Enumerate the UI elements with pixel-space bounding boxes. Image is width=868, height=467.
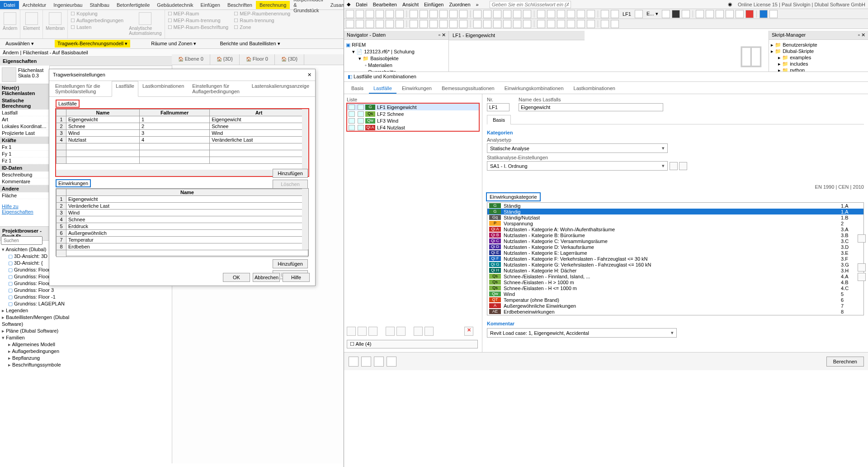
new-icon[interactable] — [858, 273, 866, 281]
check-icon[interactable] — [414, 327, 423, 336]
toolbar-button[interactable] — [635, 10, 643, 18]
tree-node[interactable]: Auflagerbedingungen — [0, 348, 90, 355]
menu-item[interactable]: » — [476, 2, 479, 7]
toolbar-button[interactable] — [493, 10, 501, 18]
toolbar-button[interactable] — [459, 10, 467, 18]
prop-item[interactable]: Art — [0, 116, 49, 123]
toolbar-button[interactable] — [346, 10, 354, 18]
checkbox[interactable] — [358, 111, 364, 117]
toolbar-button[interactable] — [611, 10, 619, 18]
script-node[interactable]: Dlubal-Skripte — [771, 48, 866, 54]
toolbar-button[interactable] — [537, 20, 545, 28]
toolbar-button[interactable] — [726, 10, 734, 18]
tragwerk-dropdown[interactable]: Tragwerk-Berechnungsmodell ▾ — [55, 40, 130, 48]
einw-row[interactable]: AEErdbebeneinwirkungen8 — [487, 309, 863, 315]
ribbon-group-aendern[interactable]: Ändern — [3, 26, 17, 31]
menu-item[interactable]: Einfügen — [424, 2, 443, 7]
uncheck-icon[interactable] — [425, 327, 434, 336]
checkbox[interactable] — [349, 105, 355, 110]
lf-row[interactable]: Qi ALF4 Nutzlast — [347, 124, 479, 131]
toolbar-button[interactable] — [410, 20, 418, 28]
ribbon-group-membran[interactable]: Membran — [46, 26, 65, 31]
paste-icon[interactable] — [368, 327, 377, 336]
tree-node[interactable]: Pläne (Dlubal Software) — [0, 328, 90, 334]
einw-row[interactable]: QsSchnee-/Eislasten - H <= 1000 m4.C — [487, 285, 863, 291]
auflager-item[interactable]: Auflagerbedingungen — [71, 18, 123, 24]
toolbar-button[interactable] — [567, 10, 575, 18]
toolbar-button[interactable] — [386, 10, 394, 18]
toolbar-button[interactable] — [662, 10, 670, 18]
toolbar-button[interactable] — [611, 20, 619, 28]
name-input[interactable] — [519, 103, 663, 111]
toolbar-button[interactable] — [706, 10, 714, 18]
checkbox[interactable] — [349, 111, 355, 117]
property-type-badge[interactable]: FlächenlastSkala 0.3 — [0, 66, 49, 84]
mep-trennung-item[interactable]: MEP-Raum-trennung — [168, 18, 229, 24]
toolbar-button[interactable] — [547, 20, 555, 28]
tool2-icon[interactable] — [361, 357, 371, 367]
checkbox[interactable] — [358, 118, 364, 124]
einw-row[interactable]: Qi DNutzlasten - Kategorie D: Verkaufsrä… — [487, 244, 863, 250]
raeume-dropdown[interactable]: Räume und Zonen ▾ — [148, 40, 199, 48]
toolbar-button[interactable] — [577, 20, 585, 28]
einw-row[interactable]: QsSchnee-/Eislasten - H > 1000 m4.B — [487, 279, 863, 285]
cancel-button[interactable]: Abbrechen — [253, 273, 280, 282]
kopplung-item[interactable]: Kopplung — [71, 11, 123, 17]
script-node[interactable]: Benutzerskripte — [771, 42, 866, 48]
einw-row[interactable]: GqStändig/Nutzlast1.B — [487, 214, 863, 220]
toolbar-button[interactable] — [449, 20, 458, 28]
lf-row[interactable]: QwLF3 Wind — [347, 117, 479, 124]
toolbar-button[interactable] — [696, 10, 704, 18]
toolbar-button[interactable] — [523, 20, 531, 28]
toolbar-button[interactable] — [473, 10, 481, 18]
toolbar-button[interactable] — [459, 20, 467, 28]
mep-raum-item[interactable]: MEP-Raum — [168, 11, 229, 17]
lf-row[interactable]: QsLF2 Schnee — [347, 110, 479, 117]
tree-node[interactable]: Bauteillisten/Mengen (Dlubal Software) — [0, 314, 90, 328]
toolbar-button[interactable] — [483, 10, 491, 18]
mep-beschriftung-item[interactable]: MEP-Raum-Beschriftung — [168, 24, 229, 30]
edit-icon[interactable] — [670, 162, 678, 170]
einw-row[interactable]: AAußergewöhnliche Einwirkungen7 — [487, 303, 863, 309]
einwirkungen-grid[interactable]: Name1Eigengewicht2Veränderliche Last3Win… — [56, 188, 309, 256]
statik-dropdown[interactable]: SA1 - I. Ordnung — [487, 161, 668, 171]
dialog-tab[interactable]: Lastenskalierungsanzeige — [248, 81, 313, 96]
tool1-icon[interactable] — [349, 357, 359, 367]
einw-row[interactable]: Qi BNutzlasten - Kategorie B: Büroräume3… — [487, 232, 863, 238]
menu-item[interactable]: Bearbeiten — [373, 2, 397, 7]
scrollbar-h[interactable] — [56, 170, 302, 176]
toolbar-button[interactable] — [410, 10, 418, 18]
toolbar-button[interactable] — [439, 10, 448, 18]
einw-row[interactable]: QTTemperatur (ohne Brand)6 — [487, 297, 863, 303]
toolbar-button[interactable] — [567, 20, 575, 28]
menu-item[interactable]: Zuordnen — [449, 2, 470, 7]
delete-icon[interactable]: ✕ — [464, 327, 473, 336]
toolbar-button[interactable] — [769, 10, 778, 18]
toolbar-button[interactable] — [376, 20, 384, 28]
r-dialog-tab[interactable]: Basis — [347, 84, 368, 94]
ribbon-group-element[interactable]: Element — [23, 26, 40, 31]
einw-row[interactable]: Qi ANutzlasten - Kategorie A: Wohn-/Aufe… — [487, 226, 863, 232]
tree-node[interactable]: Allgemeines Modell — [0, 341, 90, 348]
lastfaelle-grid[interactable]: NameFallnummerArt1Eigengewicht1Eigengewi… — [56, 109, 309, 176]
ribbon-tab[interactable]: Einfügen — [197, 1, 223, 9]
tree-node[interactable]: Beschriftungssymbole — [0, 362, 90, 368]
script-tree[interactable]: BenutzerskripteDlubal-Skripteexamplesinc… — [769, 40, 868, 75]
filter-icon[interactable] — [396, 327, 406, 336]
einw-row[interactable]: QsSchnee-/Eislasten - Finnland, Island, … — [487, 273, 863, 279]
prop-item[interactable]: Lokales Koordinatensys — [0, 123, 49, 130]
ribbon-tab[interactable]: Körpermodell & Grundstück — [290, 0, 326, 14]
dialog-tab[interactable]: Einstellungen für die Symboldarstellung — [51, 81, 112, 96]
dialog-tab[interactable]: Lastfälle — [112, 81, 138, 97]
toolbar-button[interactable] — [366, 20, 374, 28]
einw-row[interactable]: QwWind5 — [487, 291, 863, 297]
add-lastfall-button[interactable]: Hinzufügen — [273, 169, 308, 178]
copy-icon[interactable] — [358, 327, 367, 336]
r-dialog-tab[interactable]: Lastfälle — [369, 84, 396, 94]
einw-row[interactable]: Qi CNutzlasten - Kategorie C: Versammlun… — [487, 238, 863, 244]
toolbar-button[interactable] — [439, 20, 448, 28]
cube-3d-icon[interactable]: ◫ — [738, 38, 764, 70]
toolbar-button[interactable] — [537, 10, 545, 18]
tree-node[interactable]: Bepflanzung — [0, 355, 90, 362]
lf-row[interactable]: GLF1 Eigengewicht — [347, 104, 479, 110]
